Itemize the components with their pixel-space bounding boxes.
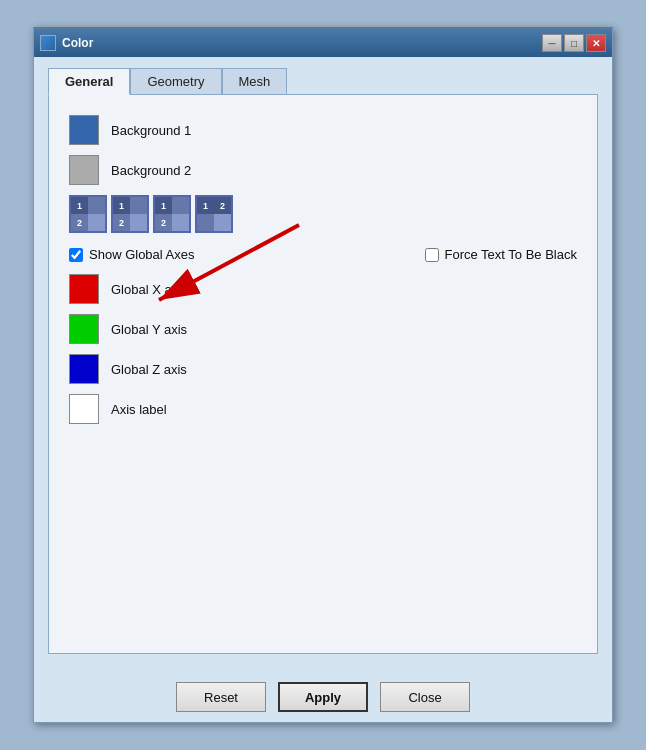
global-z-swatch[interactable] <box>69 354 99 384</box>
checkboxes-line: Show Global Axes Force Text To Be Black <box>69 247 577 262</box>
num-swatch-3[interactable]: 1 2 <box>153 195 191 233</box>
background2-row: Background 2 <box>69 155 577 185</box>
num-cell-1-2 <box>88 197 105 214</box>
background1-row: Background 1 <box>69 115 577 145</box>
main-window: Color ─ □ ✕ General Geometry Mesh <box>33 27 613 723</box>
minimize-button[interactable]: ─ <box>542 34 562 52</box>
global-z-row: Global Z axis <box>69 354 577 384</box>
num-cell-2-1: 1 <box>113 197 130 214</box>
close-window-button[interactable]: ✕ <box>586 34 606 52</box>
close-button[interactable]: Close <box>380 682 470 712</box>
num-cell-4-3 <box>197 214 214 231</box>
num-cell-2-4 <box>130 214 147 231</box>
global-z-label: Global Z axis <box>111 362 187 377</box>
force-text-black-label: Force Text To Be Black <box>445 247 577 262</box>
force-text-black-area: Force Text To Be Black <box>425 247 577 262</box>
force-text-black-checkbox[interactable] <box>425 248 439 262</box>
num-swatch-2[interactable]: 1 2 <box>111 195 149 233</box>
background1-swatch[interactable] <box>69 115 99 145</box>
axis-label-row: Axis label <box>69 394 577 424</box>
num-cell-3-2 <box>172 197 189 214</box>
num-cell-1-3: 2 <box>71 214 88 231</box>
tab-mesh[interactable]: Mesh <box>222 68 288 95</box>
show-global-axes-checkbox[interactable] <box>69 248 83 262</box>
axis-label-swatch[interactable] <box>69 394 99 424</box>
background1-label: Background 1 <box>111 123 191 138</box>
num-cell-4-2: 2 <box>214 197 231 214</box>
tab-geometry[interactable]: Geometry <box>130 68 221 95</box>
num-cell-2-3: 2 <box>113 214 130 231</box>
show-global-axes-label: Show Global Axes <box>89 247 195 262</box>
maximize-button[interactable]: □ <box>564 34 584 52</box>
tab-bar: General Geometry Mesh <box>48 67 598 94</box>
tab-content-general: Background 1 Background 2 1 2 <box>48 94 598 654</box>
content-area: General Geometry Mesh Background 1 Backg… <box>34 57 612 668</box>
global-y-row: Global Y axis <box>69 314 577 344</box>
num-cell-1-4 <box>88 214 105 231</box>
num-cell-4-4 <box>214 214 231 231</box>
button-bar: Reset Apply Close <box>34 668 612 722</box>
show-global-axes-area: Show Global Axes <box>69 247 195 262</box>
background2-swatch[interactable] <box>69 155 99 185</box>
num-cell-3-3: 2 <box>155 214 172 231</box>
apply-button[interactable]: Apply <box>278 682 368 712</box>
num-cell-3-1: 1 <box>155 197 172 214</box>
tab-general[interactable]: General <box>48 68 130 95</box>
num-cell-2-2 <box>130 197 147 214</box>
num-swatch-4[interactable]: 1 2 <box>195 195 233 233</box>
num-swatch-1[interactable]: 1 2 <box>69 195 107 233</box>
title-icon <box>40 35 56 51</box>
global-y-swatch[interactable] <box>69 314 99 344</box>
window-title: Color <box>62 36 93 50</box>
title-area: Color <box>40 35 93 51</box>
num-cell-3-4 <box>172 214 189 231</box>
num-cell-4-1: 1 <box>197 197 214 214</box>
numbered-swatches-row: 1 2 1 2 1 <box>69 195 577 233</box>
titlebar-buttons: ─ □ ✕ <box>542 34 606 52</box>
global-x-label: Global X axis <box>111 282 188 297</box>
global-y-label: Global Y axis <box>111 322 187 337</box>
background2-label: Background 2 <box>111 163 191 178</box>
global-x-row: Global X axis <box>69 274 577 304</box>
axis-label-label: Axis label <box>111 402 167 417</box>
global-x-swatch[interactable] <box>69 274 99 304</box>
titlebar: Color ─ □ ✕ <box>34 29 612 57</box>
reset-button[interactable]: Reset <box>176 682 266 712</box>
num-cell-1-1: 1 <box>71 197 88 214</box>
